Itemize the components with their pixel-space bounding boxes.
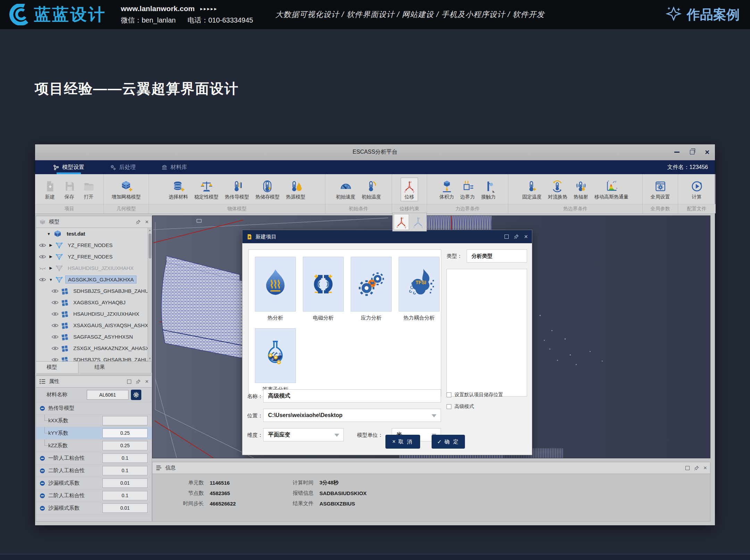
toolbar-button-new-file[interactable]: 新建 xyxy=(42,178,58,201)
analysis-type-input[interactable]: 分析类型 xyxy=(467,249,527,263)
eye-icon[interactable] xyxy=(51,289,59,294)
toolbar-button-save-file[interactable]: 保存 xyxy=(61,178,78,201)
tree-root-item[interactable]: ▼test.dat xyxy=(36,228,152,239)
toolbar-button-open-folder[interactable]: 打开 xyxy=(81,178,97,201)
toolbar-button-scale[interactable]: 稳定性模型 xyxy=(193,178,220,201)
collapse-icon[interactable] xyxy=(40,406,45,411)
tree-item[interactable]: XSAXGAUS_AISYAQSH_ASHX xyxy=(36,320,152,331)
tab-postprocess[interactable]: 后处理 xyxy=(109,160,137,174)
default-location-checkbox[interactable]: 设置默认项目储存位置 xyxy=(447,392,503,398)
toolbar-button-material-db[interactable]: 选择材料 xyxy=(167,178,190,201)
scrollbar-thumb[interactable] xyxy=(149,234,151,258)
panel-restore-icon[interactable] xyxy=(127,380,131,384)
property-value-input[interactable]: 0.01 xyxy=(102,503,148,513)
caret-down-icon[interactable]: ▼ xyxy=(47,232,51,236)
collapse-icon[interactable] xyxy=(40,468,45,474)
model-panel-tab-model[interactable]: 模型 xyxy=(36,362,78,373)
pin-icon[interactable] xyxy=(136,379,141,384)
tree-item[interactable]: ▶YZ_FREE_NODES xyxy=(36,239,152,251)
eye-closed-icon[interactable] xyxy=(39,266,46,271)
model-panel-tab-result[interactable]: 结果 xyxy=(78,362,152,373)
analysis-card-plasma-analysis[interactable]: 等离子分析 xyxy=(255,328,296,393)
analysis-card-thermal-analysis[interactable]: 热分析 xyxy=(255,257,296,321)
close-icon[interactable]: × xyxy=(705,149,709,156)
tree-item[interactable]: SDHSBJZS_GHSABJHB_ZAHU xyxy=(36,354,152,361)
eye-icon[interactable] xyxy=(39,243,46,248)
minimize-icon[interactable] xyxy=(674,152,680,152)
eye-icon[interactable] xyxy=(39,277,46,282)
collapse-icon[interactable] xyxy=(40,481,45,486)
tree-item[interactable]: SAGFASGZ_ASYHHXSN xyxy=(36,331,152,342)
property-value-input[interactable]: 0.01 xyxy=(102,478,148,488)
material-settings-button[interactable] xyxy=(131,390,141,400)
tab-material-lib[interactable]: 材料库 xyxy=(160,160,189,174)
caret-right-icon[interactable]: ▶ xyxy=(49,254,53,259)
tree-item[interactable]: ▶YZ_FREE_NODES xyxy=(36,251,152,262)
tree-item[interactable]: ▼AGSGKJKG_GJHXAJKHXA xyxy=(36,274,152,285)
property-value-input[interactable]: 0.1 xyxy=(102,491,148,500)
panel-close-icon[interactable]: × xyxy=(145,219,149,225)
project-name-input[interactable]: 高级模式 xyxy=(263,389,441,402)
pin-icon[interactable] xyxy=(694,466,699,470)
panel-restore-icon[interactable] xyxy=(685,466,690,470)
toolbar-button-thermo-store[interactable]: 热储存模型 xyxy=(254,178,282,201)
toolbar-button-speedometer[interactable]: 初始速度 xyxy=(334,178,357,201)
toolbar-button-axes-red[interactable]: zxy位移 xyxy=(401,178,418,201)
toolbar-button-volume-force[interactable]: 体积力 xyxy=(438,178,456,201)
material-name-input[interactable]: AL6061 xyxy=(87,390,128,400)
website-link[interactable]: www.lanlanwork.com xyxy=(121,5,195,13)
cancel-button[interactable]: ×取 消 xyxy=(385,435,420,449)
pin-icon[interactable] xyxy=(136,220,141,224)
toolbar-button-boundary-force[interactable]: 边界力 xyxy=(459,178,477,201)
analysis-type-list[interactable] xyxy=(447,269,527,397)
property-value-input[interactable]: 0.25 xyxy=(102,429,148,438)
caret-right-icon[interactable]: ▶ xyxy=(49,266,53,270)
tree-item[interactable]: HSAUHDISU_JZXIUXHAHX xyxy=(36,308,152,320)
dialog-restore-icon[interactable] xyxy=(505,235,509,239)
eye-icon[interactable] xyxy=(51,323,59,328)
property-value-input[interactable]: 0.1 xyxy=(102,453,148,463)
property-value-input[interactable] xyxy=(102,416,148,425)
toolbar-button-gauss-flux[interactable]: zyx移动高斯热通量 xyxy=(593,178,630,201)
eye-icon[interactable] xyxy=(51,346,59,351)
chevron-down-icon[interactable] xyxy=(334,434,339,437)
tree-scrollbar[interactable]: ▲ ▼ xyxy=(148,228,152,361)
collapse-icon[interactable] xyxy=(40,456,45,461)
toolbar-button-radiation[interactable]: 热辐射 xyxy=(572,178,590,201)
tree-item[interactable]: SDHSBJZS_GHSABJHB_ZAHU xyxy=(36,285,152,297)
advanced-mode-checkbox[interactable]: 高级模式 xyxy=(447,404,474,410)
toolbar-button-heat-source[interactable]: 热源模型 xyxy=(284,178,307,201)
chevron-down-icon[interactable] xyxy=(432,414,436,417)
toolbar-button-thermo-init[interactable]: 初始温度 xyxy=(360,178,383,201)
restore-icon[interactable] xyxy=(690,150,694,154)
viewport-3d[interactable]: 新建项目 × 热分析电磁分析应力分析TFSI热力耦合分析等离子分析 类型： 分析… xyxy=(152,215,710,458)
toolbar-button-global-settings[interactable]: 全局设置 xyxy=(649,178,672,201)
axes-red-icon[interactable]: zxy xyxy=(394,214,409,230)
eye-icon[interactable] xyxy=(51,300,59,305)
toolbar-button-thermo-conduct[interactable]: 热传导模型 xyxy=(223,178,251,201)
analysis-card-em-analysis[interactable]: 电磁分析 xyxy=(303,257,344,321)
scroll-up-icon[interactable]: ▲ xyxy=(149,228,151,233)
panel-close-icon[interactable]: × xyxy=(703,465,707,471)
tree-item[interactable]: ▶HSAUHDISU_JZXIUXHAHX xyxy=(36,262,152,274)
toolbar-button-convection[interactable]: 对流换热 xyxy=(546,178,569,201)
toolbar-button-thermo-fixed[interactable]: 固定温度 xyxy=(520,178,543,201)
panel-close-icon[interactable]: × xyxy=(145,379,149,384)
eye-icon[interactable] xyxy=(51,312,59,316)
eye-icon[interactable] xyxy=(39,254,46,259)
toolbar-button-contact-force[interactable]: 接触力 xyxy=(480,178,498,201)
dimension-select[interactable]: 平面应变 xyxy=(263,428,344,441)
property-value-input[interactable]: 0.25 xyxy=(102,441,148,450)
ok-button[interactable]: ✓确 定 xyxy=(432,435,465,449)
eye-icon[interactable] xyxy=(51,357,59,362)
tab-model-settings[interactable]: 模型设置 xyxy=(52,160,86,174)
dialog-close-icon[interactable]: × xyxy=(524,234,528,240)
tree-item[interactable]: ZSXGX_HSAKAZNZXK_AHASX xyxy=(36,342,152,354)
toolbar-button-compute[interactable]: 计算 xyxy=(689,178,705,201)
caret-right-icon[interactable]: ▶ xyxy=(49,243,53,247)
location-input[interactable]: C:\Users\weixiaohe\Desktop xyxy=(263,409,441,422)
toolbar-button-mesh-cube[interactable]: 增加网格模型 xyxy=(110,178,143,201)
axes-blue-icon[interactable]: zxy xyxy=(411,214,425,230)
collapse-icon[interactable] xyxy=(40,493,45,499)
analysis-card-stress-analysis[interactable]: 应力分析 xyxy=(351,257,392,321)
